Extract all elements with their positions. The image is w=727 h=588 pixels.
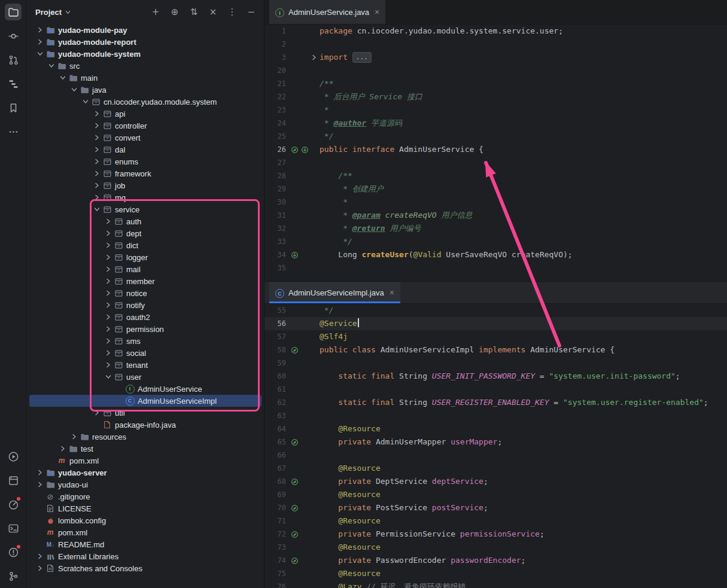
tree-item-enums[interactable]: enums	[29, 156, 261, 167]
code-line-31[interactable]: 31 * @param createReqVO 用户信息	[264, 209, 727, 222]
chevron-down-icon[interactable]	[81, 97, 90, 106]
tree-item-job[interactable]: job	[29, 179, 261, 191]
code-line-58[interactable]: 58public class AdminUserServiceImpl impl…	[264, 343, 727, 357]
profiler-tool-icon[interactable]	[5, 496, 22, 513]
tree-item-notice[interactable]: notice	[29, 287, 261, 299]
tree-item-java[interactable]: java	[29, 84, 261, 96]
tree-item-api[interactable]: api	[29, 108, 261, 120]
project-tool-icon[interactable]	[5, 4, 22, 20]
code-line-74[interactable]: 74 private PasswordEncoder passwordEncod…	[264, 554, 727, 567]
tree-item-package-info-java[interactable]: package-info.java	[29, 419, 261, 431]
implemented-gutter-icon[interactable]	[300, 145, 309, 154]
code-line-62[interactable]: 62 static final String USER_REGISTER_ENA…	[264, 396, 727, 409]
code-line-26[interactable]: 26public interface AdminUserService {	[264, 143, 727, 156]
code-line-59[interactable]: 59	[264, 357, 727, 370]
tree-item-dept[interactable]: dept	[29, 227, 261, 239]
code-line-55[interactable]: 55 */	[264, 304, 727, 317]
tree-item-convert[interactable]: convert	[29, 132, 261, 144]
spring-bean-gutter-icon[interactable]	[290, 530, 299, 539]
tree-item-service[interactable]: service	[29, 203, 261, 215]
tree-item-cn-iocoder-yudao-module-system[interactable]: cn.iocoder.yudao.module.system	[29, 96, 261, 108]
chevron-right-icon[interactable]	[35, 37, 45, 47]
close-icon[interactable]: ×	[375, 8, 379, 16]
tree-item-user[interactable]: user	[29, 371, 261, 383]
code-line-72[interactable]: 72 private PermissionService permissionS…	[264, 528, 727, 541]
code-line-57[interactable]: 57@Slf4j	[264, 330, 727, 343]
services-tool-icon[interactable]	[5, 472, 22, 489]
code-line-24[interactable]: 24 * @author 芋道源码	[264, 117, 727, 130]
code-line-69[interactable]: 69 @Resource	[264, 488, 727, 501]
code-line-56[interactable]: 56@Service	[264, 317, 727, 330]
chevron-right-icon[interactable]	[104, 264, 113, 274]
tree-item-logger[interactable]: logger	[29, 251, 261, 263]
tree-item-permission[interactable]: permission	[29, 323, 261, 335]
tree-item-lombok-config[interactable]: lombok.config	[29, 514, 261, 526]
pull-requests-icon[interactable]	[5, 51, 22, 68]
tree-item-main[interactable]: main	[29, 72, 261, 84]
chevron-right-icon[interactable]	[35, 480, 45, 489]
tree-item-adminuserservice[interactable]: IAdminUserService	[29, 383, 261, 395]
chevron-right-icon[interactable]	[104, 229, 113, 238]
tree-item-util[interactable]: util	[29, 407, 261, 419]
tree-item-yudao-module-system[interactable]: yudao-module-system	[29, 48, 261, 60]
tree-item-oauth2[interactable]: oauth2	[29, 311, 261, 323]
code-line-61[interactable]: 61	[264, 383, 727, 396]
code-line-23[interactable]: 23 *	[264, 103, 727, 117]
spring-bean-gutter-icon[interactable]	[290, 556, 299, 565]
expand-all-icon[interactable]: ⇅	[187, 5, 200, 19]
chevron-right-icon[interactable]	[104, 276, 113, 286]
code-line-2[interactable]: 2	[264, 38, 727, 51]
chevron-right-icon[interactable]	[35, 468, 45, 477]
tree-item-resources[interactable]: resources	[29, 431, 261, 443]
chevron-right-icon[interactable]	[104, 240, 113, 250]
more-options-icon[interactable]: ⋮	[226, 5, 239, 19]
tree-item-external-libraries[interactable]: External Libraries	[29, 550, 261, 562]
code-line-27[interactable]: 27	[264, 156, 727, 169]
editor-tab-adminuserserviceimpl-java[interactable]: CAdminUserServiceImpl.java×	[269, 282, 400, 303]
code-line-29[interactable]: 29 * 创建用户	[264, 182, 727, 196]
chevron-down-icon[interactable]	[92, 205, 102, 214]
tree-item-yudao-ui[interactable]: yudao-ui	[29, 479, 261, 490]
chevron-right-icon[interactable]	[104, 252, 113, 262]
commit-tool-icon[interactable]	[5, 28, 22, 44]
version-control-icon[interactable]	[5, 568, 22, 584]
chevron-down-icon[interactable]	[69, 85, 79, 95]
code-line-21[interactable]: 21/**	[264, 77, 727, 90]
editor-tab-adminuserservice-java[interactable]: IAdminUserService.java×	[269, 0, 385, 24]
spring-bean-gutter-icon[interactable]	[290, 438, 299, 447]
tree-item-scratches-and-consoles[interactable]: Scratches and Consoles	[29, 562, 261, 574]
code-line-76[interactable]: 76 @Lazy // 延迟，避免循环依赖报错	[264, 580, 727, 588]
chevron-right-icon[interactable]	[92, 157, 102, 166]
spring-bean-gutter-icon[interactable]	[290, 346, 299, 355]
tree-item-mail[interactable]: mail	[29, 263, 261, 275]
code-line-20[interactable]: 20	[264, 64, 727, 77]
fold-chevron-icon[interactable]	[309, 53, 318, 62]
tree-item-pom-xml[interactable]: mpom.xml	[29, 455, 261, 467]
tree-item-yudao-module-report[interactable]: yudao-module-report	[29, 36, 261, 48]
tree-item-tenant[interactable]: tenant	[29, 359, 261, 371]
chevron-right-icon[interactable]	[92, 133, 102, 142]
code-line-30[interactable]: 30 *	[264, 196, 727, 209]
code-line-67[interactable]: 67 @Resource	[264, 462, 727, 475]
chevron-down-icon[interactable]	[35, 49, 45, 59]
code-line-70[interactable]: 70 private PostService postService;	[264, 501, 727, 514]
chevron-down-icon[interactable]	[47, 61, 56, 71]
code-line-64[interactable]: 64 @Resource	[264, 422, 727, 435]
chevron-right-icon[interactable]	[92, 121, 102, 130]
tree-item-member[interactable]: member	[29, 275, 261, 287]
code-line-32[interactable]: 32 * @return 用户编号	[264, 222, 727, 235]
problems-tool-icon[interactable]	[5, 544, 22, 560]
tree-item-gitignore[interactable]: ⊘.gitignore	[29, 490, 261, 502]
chevron-right-icon[interactable]	[92, 145, 102, 154]
code-line-35[interactable]: 35	[264, 261, 727, 275]
tree-item-adminuserserviceimpl[interactable]: CAdminUserServiceImpl	[29, 395, 261, 407]
chevron-right-icon[interactable]	[104, 288, 113, 298]
chevron-down-icon[interactable]	[58, 73, 68, 83]
implemented-gutter-icon[interactable]	[290, 251, 299, 260]
chevron-right-icon[interactable]	[92, 109, 102, 118]
code-line-1[interactable]: 1package cn.iocoder.yudao.module.system.…	[264, 25, 727, 38]
hide-panel-icon[interactable]: −	[245, 5, 258, 19]
structure-tool-icon[interactable]	[5, 75, 22, 92]
code-line-28[interactable]: 28 /**	[264, 169, 727, 182]
code-line-66[interactable]: 66	[264, 449, 727, 462]
